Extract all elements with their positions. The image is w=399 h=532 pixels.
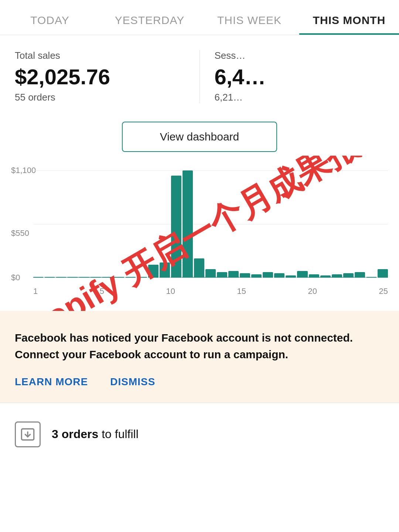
x-label-20: 20	[308, 287, 317, 296]
y-label-1100: $1,100	[11, 166, 36, 175]
chart-bar	[332, 274, 342, 278]
fulfill-text: 3 orders to fulfill	[52, 427, 139, 441]
tab-this-week[interactable]: THIS WEEK	[200, 4, 299, 35]
total-sales-label: Total sales	[15, 50, 185, 61]
x-label-1: 1	[33, 287, 38, 296]
chart-bar	[366, 277, 376, 278]
grid-line-bottom	[33, 278, 388, 278]
notice-actions: LEARN MORE DISMISS	[15, 376, 384, 388]
chart-bar	[378, 269, 388, 278]
x-label-15: 15	[237, 287, 246, 296]
chart-bar	[355, 272, 365, 278]
chart-bar	[113, 277, 124, 278]
chart-bar	[263, 272, 273, 278]
x-label-25: 25	[379, 287, 388, 296]
learn-more-link[interactable]: LEARN MORE	[15, 376, 88, 388]
chart-bar	[171, 176, 181, 278]
chart-bar	[194, 258, 204, 278]
chart-bar	[125, 277, 136, 278]
chart-bar	[240, 273, 250, 278]
chart-bar	[251, 274, 262, 278]
dismiss-link[interactable]: DISMISS	[110, 376, 155, 388]
tab-bar: TODAY YESTERDAY THIS WEEK THIS MONTH	[0, 0, 399, 35]
x-label-5: 5	[100, 287, 104, 296]
fulfill-section: 3 orders to fulfill	[0, 403, 399, 466]
chart-bar	[297, 271, 307, 277]
chart-bar	[343, 273, 354, 278]
total-sales-block: Total sales $2,025.76 55 orders	[0, 50, 200, 103]
chart-bar	[228, 271, 239, 277]
y-label-0: $0	[11, 273, 20, 282]
chart-bar	[68, 277, 78, 278]
stats-section: Total sales $2,025.76 55 orders Sess… 6,…	[0, 35, 399, 111]
total-sales-sub: 55 orders	[15, 92, 185, 103]
chart-bar	[79, 277, 89, 278]
chart-bar	[183, 170, 193, 278]
chart-bar	[160, 262, 170, 278]
x-labels: 1 5 10 15 20 25	[33, 287, 388, 296]
chart-bar	[309, 274, 319, 278]
fulfill-label: to fulfill	[102, 427, 139, 441]
facebook-notice: Facebook has noticed your Facebook accou…	[0, 311, 399, 403]
bars-container	[33, 170, 388, 278]
tab-today[interactable]: TODAY	[0, 4, 100, 35]
chart-section: shopify 开启一个月成果报告 $1,100 $550 $0 1 5 10 …	[0, 163, 399, 311]
chart-bar	[320, 275, 331, 278]
chart-bar	[274, 273, 284, 278]
chart-area: $1,100 $550 $0 1 5 10 15 20 25	[11, 170, 388, 296]
chart-bar	[91, 277, 101, 278]
chart-bar	[148, 265, 158, 278]
sessions-sub: 6,21…	[215, 92, 385, 103]
sessions-value: 6,4…	[215, 65, 385, 89]
chart-bar	[205, 269, 216, 278]
tab-yesterday[interactable]: YESTERDAY	[100, 4, 200, 35]
chart-bar	[286, 275, 296, 278]
x-label-10: 10	[166, 287, 175, 296]
view-dashboard-button[interactable]: View dashboard	[122, 122, 277, 152]
chart-bar	[217, 272, 227, 278]
facebook-notice-text: Facebook has noticed your Facebook accou…	[15, 329, 384, 363]
chart-bar	[102, 277, 112, 278]
sessions-block: Sess… 6,4… 6,21…	[200, 50, 399, 103]
chart-bar	[137, 277, 147, 278]
total-sales-value: $2,025.76	[15, 65, 185, 89]
chart-bar	[33, 277, 44, 278]
chart-bar	[45, 277, 55, 278]
tab-this-month[interactable]: THIS MONTH	[299, 4, 399, 35]
sessions-label: Sess…	[215, 50, 385, 61]
y-label-550: $550	[11, 228, 29, 238]
download-box-icon	[20, 427, 35, 442]
fulfill-icon	[15, 421, 41, 447]
chart-bar	[56, 277, 66, 278]
fulfill-count: 3 orders	[52, 427, 98, 441]
